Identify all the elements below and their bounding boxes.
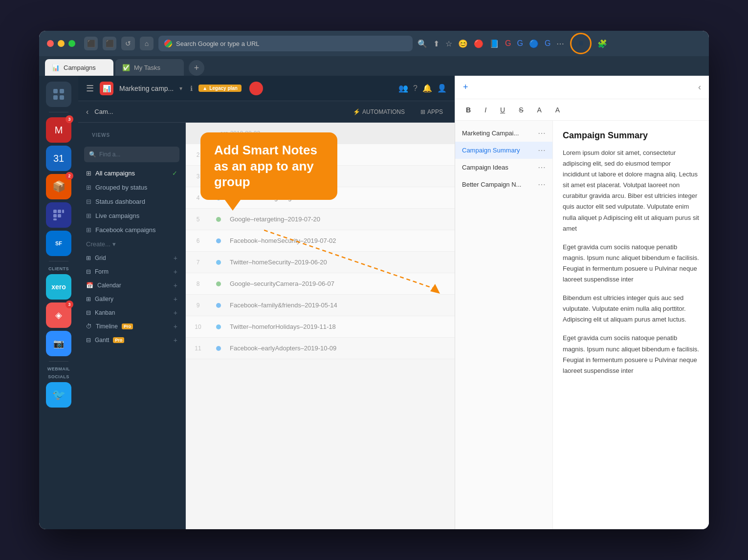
- emoji-ext-icon[interactable]: 😊: [458, 39, 468, 48]
- nav-item-live-campaigns[interactable]: ⊞ Live campaigns: [78, 209, 185, 223]
- sidebar-item-xero[interactable]: xero: [46, 274, 71, 300]
- notification-icon[interactable]: 🔔: [422, 84, 432, 93]
- hamburger-icon[interactable]: ☰: [86, 83, 94, 94]
- view-type-gantt[interactable]: ⊟ Gantt Pro +: [78, 333, 185, 347]
- notes-add-icon[interactable]: +: [463, 82, 468, 92]
- info-icon[interactable]: ℹ: [190, 85, 193, 92]
- extensions-puzzle-icon[interactable]: 🧩: [597, 39, 607, 48]
- timeline-add-icon[interactable]: +: [174, 323, 177, 330]
- italic-button[interactable]: I: [482, 104, 489, 116]
- calendar-icon: 31: [46, 146, 71, 171]
- automations-button[interactable]: ⚡ AUTOMATIONS: [349, 107, 409, 117]
- smart-notes-ext-icon[interactable]: ≡: [570, 33, 592, 54]
- kanban-add-icon[interactable]: +: [174, 309, 177, 317]
- view-type-kanban[interactable]: ⊟ Kanban +: [78, 306, 185, 320]
- sidebar-item-twitter[interactable]: 🐦: [46, 382, 71, 408]
- share-icon[interactable]: ⬆: [433, 39, 440, 48]
- table-row[interactable]: 8 Google–securityCamera–2019-06-07: [186, 273, 455, 295]
- profile-icon[interactable]: 👤: [437, 84, 447, 93]
- new-tab-button[interactable]: +: [189, 60, 204, 76]
- note-list-item[interactable]: Campaign Summary ⋯: [455, 142, 552, 159]
- tab-my-tasks[interactable]: ✅ My Tasks: [115, 59, 184, 76]
- table-row[interactable]: 9 Facebook–family&friends–2019-05-14: [186, 295, 455, 316]
- app-main-content: ☰ 📊 Marketing camp... ▾ ℹ ▲ Legacy plan …: [78, 76, 455, 529]
- grid-view-label: Grid: [95, 255, 106, 261]
- header-dropdown-icon[interactable]: ▾: [179, 85, 182, 92]
- sidebar-item-work-apps[interactable]: [46, 82, 71, 107]
- grid-icon-1: ⊞: [86, 170, 91, 177]
- table-row[interactable]: 5 Google–retargeting–2019-07-20: [186, 209, 455, 230]
- gallery-view-icon: ⊞: [86, 296, 91, 302]
- highlight-button[interactable]: A: [552, 104, 563, 116]
- note-item-menu-icon[interactable]: ⋯: [538, 146, 546, 155]
- gallery-add-icon[interactable]: +: [174, 295, 177, 303]
- view-type-timeline[interactable]: ⏱ Timeline Pro +: [78, 320, 185, 333]
- calendar-add-icon[interactable]: +: [174, 281, 177, 289]
- create-view-dropdown[interactable]: Create... ▾: [78, 237, 185, 251]
- ext1-icon[interactable]: 🔴: [474, 39, 484, 48]
- note-list-item[interactable]: Better Campaign N... ⋯: [455, 176, 552, 193]
- ext2-icon[interactable]: 📘: [489, 39, 499, 48]
- table-row[interactable]: 3 Facebook–addons–2019-07-24: [186, 166, 455, 187]
- view-type-gallery[interactable]: ⊞ Gallery +: [78, 292, 185, 306]
- home-button[interactable]: ⌂: [140, 37, 154, 50]
- text-color-button[interactable]: A: [534, 104, 544, 116]
- more-ext-icon[interactable]: ⋯: [556, 39, 564, 48]
- reload-button[interactable]: ↺: [121, 37, 135, 50]
- people-icon[interactable]: 👥: [398, 84, 408, 93]
- underline-button[interactable]: U: [497, 104, 508, 116]
- table-row[interactable]: 7 Twitter–homeSecurity–2019-06-20: [186, 252, 455, 273]
- form-add-icon[interactable]: +: [174, 268, 177, 276]
- nav-item-status-dashboard[interactable]: ⊟ Status dashboard: [78, 194, 185, 209]
- sidebar-item-gmail[interactable]: M 3: [46, 117, 71, 143]
- nav-item-facebook-campaigns[interactable]: ⊞ Facebook campaigns: [78, 223, 185, 237]
- search-icon[interactable]: 🔍: [418, 39, 427, 48]
- address-bar[interactable]: Search Google or type a URL: [158, 36, 413, 51]
- bookmark-icon[interactable]: ☆: [445, 39, 452, 48]
- ext6-icon[interactable]: G: [545, 39, 550, 48]
- ext3-icon[interactable]: G: [505, 39, 511, 48]
- back-button[interactable]: ⬛: [84, 37, 98, 50]
- note-list-item[interactable]: Marketing Campai... ⋯: [455, 125, 552, 142]
- note-item-menu-icon[interactable]: ⋯: [538, 163, 546, 172]
- sidebar-item-salesforce[interactable]: SF: [46, 231, 71, 256]
- note-item-menu-icon[interactable]: ⋯: [538, 180, 546, 189]
- sidebar-item-apps-panel[interactable]: [46, 202, 71, 228]
- gantt-add-icon[interactable]: +: [174, 336, 177, 344]
- sidebar-item-zoom[interactable]: 📷: [46, 331, 71, 356]
- legacy-plan-badge[interactable]: ▲ Legacy plan: [198, 85, 242, 92]
- help-icon[interactable]: ?: [413, 84, 418, 93]
- sidebar-item-calendar[interactable]: 31: [46, 146, 71, 171]
- bold-button[interactable]: B: [463, 104, 474, 116]
- salesforce-icon: SF: [46, 231, 71, 256]
- view-type-grid[interactable]: ⊞ Grid +: [78, 251, 185, 265]
- table-row[interactable]: 6 Facebook–homeSecurity–2019-07-02: [186, 230, 455, 252]
- search-bar[interactable]: 🔍 Find a...: [84, 147, 179, 162]
- minimize-button[interactable]: [58, 40, 65, 47]
- table-row[interactable]: 4 Facebook–retargeting–2019-07-07: [186, 187, 455, 209]
- nav-item-grouped-by-status[interactable]: ⊞ Grouped by status: [78, 180, 185, 194]
- back-arrow-icon[interactable]: ‹: [86, 108, 88, 116]
- apps-button[interactable]: ⊞ APPS: [417, 107, 447, 117]
- forward-button[interactable]: ⬛: [103, 37, 116, 50]
- sidebar-item-packages[interactable]: 📦 2: [46, 174, 71, 199]
- maximize-button[interactable]: [68, 40, 75, 47]
- table-row[interactable]: 2 Google–homeSecurity–2019-08-10: [186, 144, 455, 166]
- table-row[interactable]: 10 Twitter–homeforHolidays–2019-11-18: [186, 316, 455, 338]
- close-button[interactable]: [47, 40, 54, 47]
- note-list-item[interactable]: Campaign Ideas ⋯: [455, 159, 552, 176]
- nav-item-all-campaigns[interactable]: ⊞ All campaigns ✓: [78, 166, 185, 180]
- view-type-form[interactable]: ⊟ Form +: [78, 265, 185, 279]
- notes-collapse-icon[interactable]: ‹: [698, 82, 701, 92]
- sidebar-item-monday[interactable]: ◈ 3: [46, 302, 71, 328]
- strikethrough-button[interactable]: S: [516, 104, 526, 116]
- tab-my-tasks-label: My Tasks: [134, 64, 160, 71]
- notes-paragraph: Lorem ipsum dolor sit amet, consectetur …: [563, 148, 699, 234]
- tab-campaigns[interactable]: 📊 Campaigns: [45, 59, 113, 76]
- view-type-calendar[interactable]: 📅 Calendar +: [78, 279, 185, 292]
- grid-add-icon[interactable]: +: [174, 254, 177, 262]
- ext5-icon[interactable]: 🔵: [529, 39, 539, 48]
- ext4-icon[interactable]: G: [517, 39, 523, 48]
- note-item-menu-icon[interactable]: ⋯: [538, 129, 546, 138]
- table-row[interactable]: 11 Facebook–earlyAdopters–2019-10-09: [186, 338, 455, 359]
